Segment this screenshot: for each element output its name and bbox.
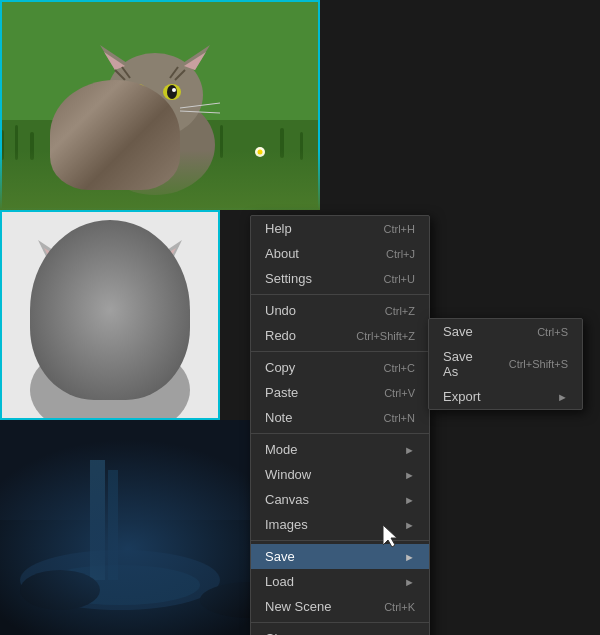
menu-item-undo-label: Undo (265, 303, 365, 318)
svg-rect-64 (90, 460, 105, 580)
divider-5 (251, 622, 429, 623)
svg-point-49 (127, 305, 143, 331)
menu-item-about-label: About (265, 246, 366, 261)
svg-point-48 (77, 305, 93, 331)
divider-4 (251, 540, 429, 541)
menu-item-paste-label: Paste (265, 385, 364, 400)
svg-point-59 (85, 338, 135, 378)
export-arrow-icon: ► (557, 391, 568, 403)
sub-menu-item-save-label: Save (443, 324, 517, 339)
sub-menu-item-save-shortcut: Ctrl+S (537, 326, 568, 338)
sub-menu-item-save-as-label: Save As (443, 349, 489, 379)
svg-line-57 (132, 330, 180, 338)
menu-item-images[interactable]: Images ► (251, 512, 429, 537)
menu-item-load-label: Load (265, 574, 399, 589)
save-arrow-icon: ► (404, 551, 415, 563)
menu-item-help-shortcut: Ctrl+H (384, 223, 415, 235)
menu-item-new-scene[interactable]: New Scene Ctrl+K (251, 594, 429, 619)
svg-point-13 (138, 148, 143, 153)
svg-rect-65 (108, 470, 118, 580)
svg-marker-44 (44, 248, 76, 273)
svg-point-29 (172, 88, 176, 92)
menu-item-save-label: Save (265, 549, 399, 564)
menu-item-window[interactable]: Window ► (251, 462, 429, 487)
menu-item-help-label: Help (265, 221, 364, 236)
menu-item-settings-shortcut: Ctrl+U (384, 273, 415, 285)
menu-item-redo[interactable]: Redo Ctrl+Shift+Z (251, 323, 429, 348)
menu-item-canvas-label: Canvas (265, 492, 399, 507)
svg-line-35 (90, 103, 130, 108)
menu-item-images-label: Images (265, 517, 399, 532)
menu-item-canvas[interactable]: Canvas ► (251, 487, 429, 512)
cat1-overlay (0, 150, 320, 210)
gallery-row-1 (0, 0, 600, 210)
thumbnail-gray-cat[interactable] (0, 210, 220, 420)
svg-point-11 (77, 142, 83, 148)
canvas-arrow-icon: ► (404, 494, 415, 506)
svg-point-46 (69, 304, 101, 332)
menu-item-paste[interactable]: Paste Ctrl+V (251, 380, 429, 405)
menu-item-copy[interactable]: Copy Ctrl+C (251, 355, 429, 380)
menu-item-new-scene-label: New Scene (265, 599, 364, 614)
load-arrow-icon: ► (404, 576, 415, 588)
menu-item-load[interactable]: Load ► (251, 569, 429, 594)
svg-point-40 (30, 340, 190, 420)
svg-marker-30 (150, 105, 160, 112)
sub-menu-item-save[interactable]: Save Ctrl+S (429, 319, 582, 344)
menu-item-help[interactable]: Help Ctrl+H (251, 216, 429, 241)
sub-context-menu-save: Save Ctrl+S Save As Ctrl+Shift+S Export … (428, 318, 583, 410)
svg-point-51 (134, 311, 140, 317)
divider-2 (251, 351, 429, 352)
svg-point-24 (129, 84, 147, 100)
svg-point-54 (75, 275, 145, 335)
svg-point-28 (138, 88, 142, 92)
sub-menu-item-export[interactable]: Export ► (429, 384, 582, 409)
menu-item-undo[interactable]: Undo Ctrl+Z (251, 298, 429, 323)
menu-item-settings-label: Settings (265, 271, 364, 286)
thumbnail-tabby-cat[interactable] (0, 0, 320, 210)
menu-item-new-scene-shortcut: Ctrl+K (384, 601, 415, 613)
empty-dark-top (320, 0, 600, 210)
menu-item-note[interactable]: Note Ctrl+N (251, 405, 429, 430)
svg-rect-5 (50, 128, 53, 160)
svg-point-47 (119, 304, 151, 332)
svg-line-56 (40, 342, 88, 345)
svg-marker-42 (38, 240, 80, 275)
menu-item-paste-shortcut: Ctrl+V (384, 387, 415, 399)
menu-item-save[interactable]: Save ► (251, 544, 429, 569)
menu-item-close[interactable]: Close Ctrl+X (251, 626, 429, 635)
svg-point-63 (40, 565, 200, 605)
svg-point-27 (167, 85, 177, 99)
menu-item-copy-label: Copy (265, 360, 364, 375)
menu-item-about-shortcut: Ctrl+J (386, 248, 415, 260)
context-menu: Help Ctrl+H About Ctrl+J Settings Ctrl+U… (250, 215, 430, 635)
svg-line-55 (40, 330, 88, 338)
menu-item-about[interactable]: About Ctrl+J (251, 241, 429, 266)
svg-point-12 (135, 145, 145, 155)
menu-item-redo-shortcut: Ctrl+Shift+Z (356, 330, 415, 342)
menu-item-mode[interactable]: Mode ► (251, 437, 429, 462)
menu-item-note-shortcut: Ctrl+N (384, 412, 415, 424)
menu-item-mode-label: Mode (265, 442, 399, 457)
divider-3 (251, 433, 429, 434)
divider-1 (251, 294, 429, 295)
sub-menu-item-save-as[interactable]: Save As Ctrl+Shift+S (429, 344, 582, 384)
menu-item-close-label: Close (265, 631, 364, 635)
svg-line-58 (132, 342, 180, 345)
svg-point-62 (20, 550, 220, 610)
svg-line-36 (90, 111, 130, 113)
svg-point-26 (133, 85, 143, 99)
images-arrow-icon: ► (404, 519, 415, 531)
window-arrow-icon: ► (404, 469, 415, 481)
menu-item-undo-shortcut: Ctrl+Z (385, 305, 415, 317)
menu-item-settings[interactable]: Settings Ctrl+U (251, 266, 429, 291)
menu-item-window-label: Window (265, 467, 399, 482)
svg-marker-52 (104, 335, 116, 343)
svg-marker-45 (144, 248, 176, 273)
menu-item-copy-shortcut: Ctrl+C (384, 362, 415, 374)
svg-point-10 (74, 139, 86, 151)
svg-point-66 (20, 570, 100, 610)
mode-arrow-icon: ► (404, 444, 415, 456)
menu-item-note-label: Note (265, 410, 364, 425)
sub-menu-item-save-as-shortcut: Ctrl+Shift+S (509, 358, 568, 370)
